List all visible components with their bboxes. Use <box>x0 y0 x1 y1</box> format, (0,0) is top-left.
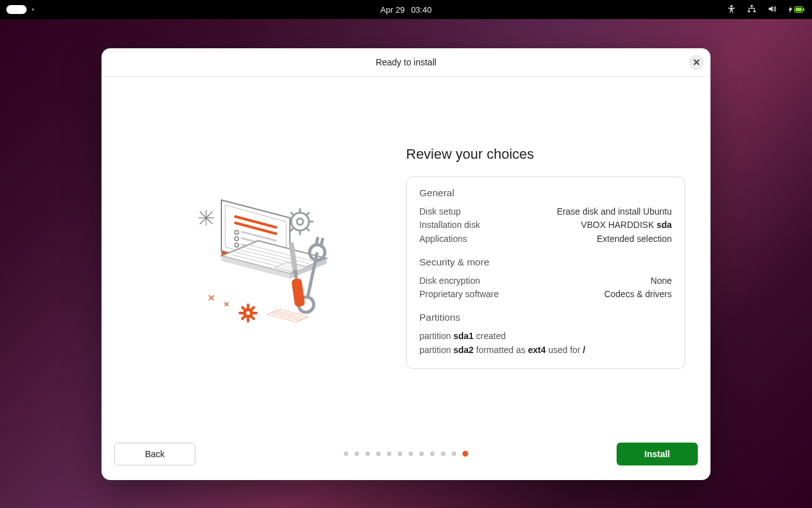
window-title: Ready to install <box>376 57 436 67</box>
row-encryption: Disk encryption None <box>419 274 672 288</box>
value-encryption: None <box>651 274 672 288</box>
step-dot-active <box>462 451 468 457</box>
close-button[interactable] <box>689 55 704 70</box>
step-indicator <box>344 451 468 457</box>
illustration-pane <box>121 77 406 432</box>
label-proprietary: Proprietary software <box>419 288 499 302</box>
review-summary-box: General Disk setup Erase disk and instal… <box>406 177 685 370</box>
svg-line-49 <box>252 317 254 319</box>
svg-line-14 <box>306 213 309 215</box>
svg-line-48 <box>242 307 244 309</box>
value-proprietary: Codecs & drivers <box>604 288 672 302</box>
value-applications: Extended selection <box>597 232 672 246</box>
close-icon <box>693 59 700 65</box>
laptop-illustration <box>181 172 346 337</box>
svg-line-16 <box>306 228 309 231</box>
row-disk-setup: Disk setup Erase disk and install Ubuntu <box>419 205 672 219</box>
value-install-disk: VBOX HARDDISK sda <box>581 218 672 232</box>
row-install-disk: Installation disk VBOX HARDDISK sda <box>419 218 672 232</box>
partition-line-2: partition sda2 formatted as ext4 used fo… <box>419 344 672 358</box>
clock-time: 03:40 <box>411 5 432 15</box>
workspace-dot <box>32 8 34 11</box>
svg-rect-2 <box>748 10 750 12</box>
label-disk-setup: Disk setup <box>419 205 461 219</box>
svg-rect-1 <box>750 4 753 6</box>
label-encryption: Disk encryption <box>419 274 480 288</box>
row-proprietary: Proprietary software Codecs & drivers <box>419 288 672 302</box>
svg-line-50 <box>242 317 244 319</box>
window-titlebar: Ready to install <box>102 48 710 77</box>
svg-point-51 <box>246 311 250 315</box>
accessibility-icon[interactable] <box>727 4 736 15</box>
svg-line-17 <box>291 228 294 231</box>
back-button[interactable]: Back <box>114 443 195 465</box>
network-icon[interactable] <box>747 4 756 15</box>
clock-date: Apr 29 <box>381 5 405 15</box>
clock[interactable]: Apr 29 03:40 <box>381 5 432 15</box>
battery-icon[interactable] <box>788 6 803 13</box>
install-button[interactable]: Install <box>617 443 698 465</box>
installer-window: Ready to install <box>102 48 710 480</box>
section-general-title: General <box>419 187 672 199</box>
svg-rect-3 <box>754 10 756 12</box>
system-top-bar: Apr 29 03:40 <box>0 0 812 19</box>
partition-line-1: partition sda1 created <box>419 330 672 344</box>
svg-line-15 <box>291 213 294 215</box>
label-install-disk: Installation disk <box>419 218 480 232</box>
volume-icon[interactable] <box>768 4 776 15</box>
svg-point-0 <box>730 4 733 7</box>
activities-pill[interactable] <box>6 5 27 14</box>
svg-line-54 <box>273 312 303 319</box>
svg-line-53 <box>271 313 300 321</box>
label-applications: Applications <box>419 232 468 246</box>
svg-rect-41 <box>291 277 305 307</box>
section-partitions-title: Partitions <box>419 312 672 323</box>
svg-line-47 <box>252 307 254 309</box>
value-disk-setup: Erase disk and install Ubuntu <box>557 205 672 219</box>
svg-point-9 <box>297 218 303 225</box>
section-security-title: Security & more <box>419 257 672 268</box>
page-heading: Review your choices <box>406 146 691 163</box>
row-applications: Applications Extended selection <box>419 232 672 246</box>
